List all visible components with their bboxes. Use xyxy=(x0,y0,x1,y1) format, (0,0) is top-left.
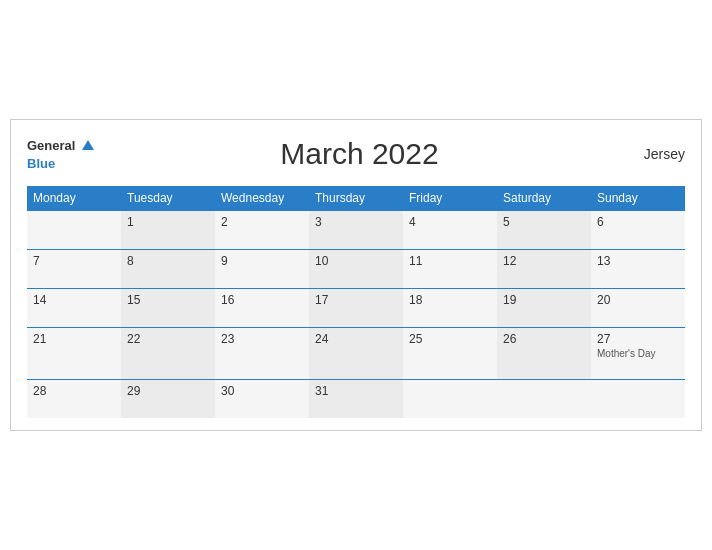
day-number: 20 xyxy=(597,293,679,307)
calendar-day-cell: 15 xyxy=(121,288,215,327)
calendar-day-cell: 23 xyxy=(215,327,309,379)
day-number: 8 xyxy=(127,254,209,268)
logo-general-text: General xyxy=(27,138,75,153)
calendar-title: March 2022 xyxy=(94,137,625,171)
calendar-day-cell: 21 xyxy=(27,327,121,379)
calendar-week-row: 123456 xyxy=(27,210,685,249)
day-number: 24 xyxy=(315,332,397,346)
calendar-day-cell: 14 xyxy=(27,288,121,327)
calendar-day-cell: 7 xyxy=(27,249,121,288)
calendar-container: General Blue March 2022 Jersey MondayTue… xyxy=(10,119,702,430)
day-number: 27 xyxy=(597,332,679,346)
day-number: 16 xyxy=(221,293,303,307)
calendar-day-cell xyxy=(27,210,121,249)
calendar-day-cell: 30 xyxy=(215,379,309,418)
calendar-week-row: 14151617181920 xyxy=(27,288,685,327)
calendar-day-cell: 12 xyxy=(497,249,591,288)
day-number: 25 xyxy=(409,332,491,346)
calendar-day-cell: 13 xyxy=(591,249,685,288)
calendar-day-cell: 29 xyxy=(121,379,215,418)
day-number: 5 xyxy=(503,215,585,229)
weekday-header: Friday xyxy=(403,186,497,211)
calendar-day-cell: 1 xyxy=(121,210,215,249)
calendar-day-cell: 26 xyxy=(497,327,591,379)
weekday-header: Thursday xyxy=(309,186,403,211)
day-number: 4 xyxy=(409,215,491,229)
day-number: 21 xyxy=(33,332,115,346)
day-number: 10 xyxy=(315,254,397,268)
calendar-day-cell: 19 xyxy=(497,288,591,327)
day-number: 19 xyxy=(503,293,585,307)
calendar-day-cell: 8 xyxy=(121,249,215,288)
calendar-location: Jersey xyxy=(625,146,685,162)
day-number: 13 xyxy=(597,254,679,268)
day-number: 9 xyxy=(221,254,303,268)
day-number: 17 xyxy=(315,293,397,307)
day-number: 28 xyxy=(33,384,115,398)
day-event: Mother's Day xyxy=(597,348,679,359)
calendar-day-cell: 2 xyxy=(215,210,309,249)
day-number: 3 xyxy=(315,215,397,229)
calendar-day-cell: 20 xyxy=(591,288,685,327)
day-number: 15 xyxy=(127,293,209,307)
calendar-day-cell: 28 xyxy=(27,379,121,418)
calendar-week-row: 21222324252627Mother's Day xyxy=(27,327,685,379)
calendar-body: 1234567891011121314151617181920212223242… xyxy=(27,210,685,418)
weekday-header: Wednesday xyxy=(215,186,309,211)
calendar-day-cell: 5 xyxy=(497,210,591,249)
logo-blue-text: Blue xyxy=(27,156,55,171)
weekday-header: Tuesday xyxy=(121,186,215,211)
calendar-day-cell: 9 xyxy=(215,249,309,288)
calendar-day-cell: 4 xyxy=(403,210,497,249)
day-number: 7 xyxy=(33,254,115,268)
calendar-day-cell: 16 xyxy=(215,288,309,327)
calendar-header: General Blue March 2022 Jersey xyxy=(27,136,685,171)
logo-general-line: General xyxy=(27,136,94,154)
calendar-day-cell: 18 xyxy=(403,288,497,327)
day-number: 12 xyxy=(503,254,585,268)
calendar-week-row: 28293031 xyxy=(27,379,685,418)
weekday-header: Monday xyxy=(27,186,121,211)
calendar-day-cell: 22 xyxy=(121,327,215,379)
calendar-day-cell: 31 xyxy=(309,379,403,418)
weekday-header: Saturday xyxy=(497,186,591,211)
calendar-grid: MondayTuesdayWednesdayThursdayFridaySatu… xyxy=(27,186,685,418)
day-number: 22 xyxy=(127,332,209,346)
day-number: 18 xyxy=(409,293,491,307)
logo-area: General Blue xyxy=(27,136,94,171)
calendar-day-cell xyxy=(403,379,497,418)
day-number: 31 xyxy=(315,384,397,398)
day-number: 11 xyxy=(409,254,491,268)
weekday-header: Sunday xyxy=(591,186,685,211)
calendar-day-cell: 3 xyxy=(309,210,403,249)
logo-triangle-icon xyxy=(82,140,94,150)
day-number: 6 xyxy=(597,215,679,229)
calendar-day-cell xyxy=(497,379,591,418)
calendar-day-cell xyxy=(591,379,685,418)
calendar-day-cell: 17 xyxy=(309,288,403,327)
calendar-header-row: MondayTuesdayWednesdayThursdayFridaySatu… xyxy=(27,186,685,211)
day-number: 1 xyxy=(127,215,209,229)
day-number: 23 xyxy=(221,332,303,346)
day-number: 26 xyxy=(503,332,585,346)
day-number: 29 xyxy=(127,384,209,398)
calendar-day-cell: 27Mother's Day xyxy=(591,327,685,379)
day-number: 30 xyxy=(221,384,303,398)
calendar-day-cell: 6 xyxy=(591,210,685,249)
day-number: 2 xyxy=(221,215,303,229)
day-number: 14 xyxy=(33,293,115,307)
calendar-day-cell: 24 xyxy=(309,327,403,379)
calendar-week-row: 78910111213 xyxy=(27,249,685,288)
calendar-day-cell: 10 xyxy=(309,249,403,288)
calendar-day-cell: 25 xyxy=(403,327,497,379)
calendar-day-cell: 11 xyxy=(403,249,497,288)
